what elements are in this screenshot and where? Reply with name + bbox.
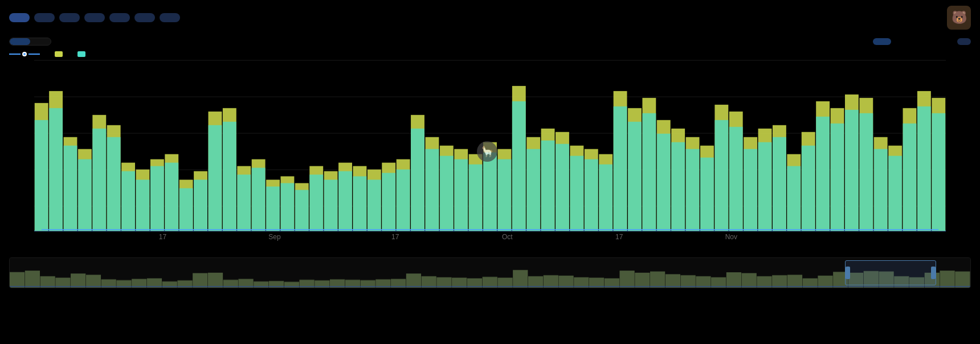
svg-rect-101 xyxy=(714,120,728,231)
revenue-color-swatch xyxy=(77,51,85,57)
svg-rect-97 xyxy=(686,149,700,231)
time-group xyxy=(873,38,953,45)
minimap-handle-right[interactable] xyxy=(931,267,936,279)
nav-bridge-volume[interactable] xyxy=(34,13,55,22)
svg-rect-107 xyxy=(758,142,772,231)
svg-rect-57 xyxy=(397,170,410,231)
svg-rect-35 xyxy=(237,175,251,231)
svg-rect-61 xyxy=(425,149,439,231)
chart-inner: 🦙 17Sep17Oct17Nov xyxy=(9,60,971,254)
currency-eth[interactable] xyxy=(30,38,51,45)
svg-rect-33 xyxy=(223,122,236,231)
svg-rect-129 xyxy=(917,107,931,231)
svg-rect-43 xyxy=(295,190,309,231)
time-daily[interactable] xyxy=(873,38,891,45)
nav-tvl[interactable] xyxy=(9,13,30,22)
y-axis-left xyxy=(9,60,34,254)
svg-rect-79 xyxy=(556,144,569,231)
svg-rect-89 xyxy=(628,122,642,231)
embed-button[interactable] xyxy=(957,38,971,45)
svg-rect-25 xyxy=(165,163,178,231)
x-label: Nov xyxy=(725,233,737,241)
svg-rect-63 xyxy=(440,156,454,231)
time-monthly[interactable] xyxy=(914,38,932,45)
time-weekly[interactable] xyxy=(893,38,912,45)
svg-rect-45 xyxy=(309,175,323,231)
svg-rect-39 xyxy=(266,187,280,231)
x-label: Oct xyxy=(502,233,513,241)
time-cumulative[interactable] xyxy=(934,38,953,45)
svg-rect-117 xyxy=(831,124,844,231)
x-label: 17 xyxy=(391,233,399,241)
legend-fees xyxy=(55,51,66,57)
svg-rect-71 xyxy=(497,159,511,231)
svg-rect-27 xyxy=(179,189,193,231)
svg-rect-121 xyxy=(859,113,873,231)
svg-rect-81 xyxy=(570,156,583,231)
svg-rect-119 xyxy=(845,110,859,231)
svg-rect-11 xyxy=(64,146,77,231)
svg-rect-75 xyxy=(526,149,540,231)
svg-rect-7 xyxy=(35,120,48,231)
svg-rect-51 xyxy=(353,177,366,231)
svg-rect-37 xyxy=(252,168,266,231)
currency-group xyxy=(9,38,51,46)
svg-rect-17 xyxy=(107,137,121,231)
minimap-window[interactable] xyxy=(845,260,936,285)
svg-rect-113 xyxy=(802,146,815,231)
nav-tweets[interactable] xyxy=(109,13,130,22)
svg-rect-23 xyxy=(150,166,164,231)
svg-rect-73 xyxy=(512,101,526,231)
nav-revenue[interactable] xyxy=(84,13,105,22)
nav-fees[interactable] xyxy=(59,13,80,22)
svg-rect-125 xyxy=(888,156,902,231)
legend-tvl xyxy=(9,52,43,56)
fees-color-swatch xyxy=(55,51,63,57)
currency-usd[interactable] xyxy=(10,38,30,45)
svg-rect-29 xyxy=(194,180,207,231)
svg-rect-111 xyxy=(787,166,801,231)
chart-plot: 🦙 17Sep17Oct17Nov xyxy=(34,60,946,243)
svg-rect-115 xyxy=(816,117,830,231)
nav-buttons xyxy=(9,13,180,22)
svg-rect-53 xyxy=(368,180,381,231)
svg-rect-41 xyxy=(281,183,295,231)
controls-row xyxy=(0,35,980,48)
svg-rect-49 xyxy=(338,171,352,231)
svg-rect-55 xyxy=(382,173,395,231)
minimap-area[interactable] xyxy=(9,257,971,288)
svg-rect-19 xyxy=(121,171,135,231)
y-axis-right xyxy=(946,60,971,254)
legend-revenue xyxy=(77,51,89,57)
minimap-handle-left[interactable] xyxy=(846,267,850,279)
svg-rect-95 xyxy=(671,142,685,231)
top-nav: 🐻 xyxy=(0,0,980,35)
nav-developer-commits[interactable] xyxy=(160,13,180,22)
svg-rect-105 xyxy=(744,149,757,231)
x-label: 17 xyxy=(615,233,623,241)
svg-rect-21 xyxy=(136,180,150,231)
legend-row xyxy=(0,48,980,60)
svg-rect-13 xyxy=(78,159,92,231)
svg-rect-69 xyxy=(483,153,497,231)
svg-rect-77 xyxy=(541,141,555,231)
avatar[interactable]: 🐻 xyxy=(947,6,971,30)
svg-rect-87 xyxy=(614,107,627,231)
x-axis: 17Sep17Oct17Nov xyxy=(59,231,921,243)
svg-rect-103 xyxy=(729,127,743,231)
svg-rect-131 xyxy=(932,113,945,231)
svg-rect-85 xyxy=(599,165,612,231)
svg-rect-93 xyxy=(657,134,671,231)
svg-rect-9 xyxy=(49,108,63,231)
nav-developers[interactable] xyxy=(134,13,155,22)
svg-rect-123 xyxy=(874,149,888,231)
svg-rect-65 xyxy=(454,159,468,231)
svg-rect-91 xyxy=(642,113,656,231)
x-label: Sep xyxy=(268,233,280,241)
svg-rect-15 xyxy=(92,129,106,231)
svg-rect-127 xyxy=(903,124,917,231)
chart-area: 🦙 17Sep17Oct17Nov xyxy=(9,60,971,254)
x-label: 17 xyxy=(159,233,166,241)
svg-rect-59 xyxy=(411,129,424,231)
svg-rect-83 xyxy=(585,159,598,231)
